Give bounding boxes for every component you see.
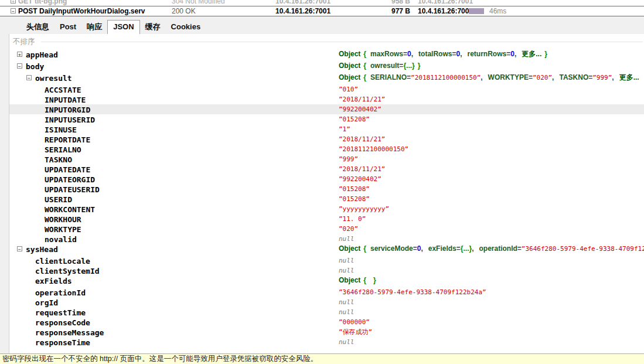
preview-eq: = — [517, 244, 522, 253]
json-key: exFields — [35, 277, 72, 285]
preview-name: exFields — [428, 244, 456, 253]
string-value: ”015208” — [339, 115, 370, 123]
preview-comma: , — [481, 73, 482, 81]
json-row-clientLocale: clientLocalenull — [9, 256, 644, 266]
detail-tab-strip: 头信息Post响应JSON缓存Cookies — [0, 18, 644, 34]
network-request-row[interactable]: −POST DailyInputWorkHourDialog.serv200 O… — [0, 6, 644, 16]
json-row-INPUTORGID: INPUTORGID”992200402” — [9, 104, 644, 114]
json-key: WORKTYPE — [45, 225, 81, 234]
expand-icon[interactable]: + — [11, 0, 16, 4]
string-value: ”3646f280-5979-4efe-9338-4709f122b24a” — [339, 288, 486, 296]
network-request-row[interactable]: +GET tit-bg.png304 Not Modified10.4.161.… — [0, 0, 644, 6]
json-key: responseMessage — [35, 328, 104, 337]
json-row-INPUTDATE: INPUTDATE”2018/11/21” — [9, 94, 644, 104]
json-key: INPUTORGID — [45, 106, 90, 114]
string-value: ”000000” — [339, 318, 370, 326]
json-key: UPDATEORGID — [45, 175, 95, 184]
json-value: ”2018/11/21” — [339, 134, 385, 144]
json-row-owresult[interactable]: −owresultObject{SERIALNO=”20181121000001… — [9, 73, 644, 84]
preview-label: Object — [339, 276, 360, 284]
collapse-icon[interactable]: − — [17, 63, 22, 69]
json-value: ”999” — [339, 154, 358, 164]
null-value: null — [339, 308, 355, 316]
json-value: ”保存成功” — [339, 327, 372, 337]
json-row-exFields: exFieldsObject{} — [9, 275, 644, 287]
preview-name: SERIALNO — [370, 73, 407, 81]
security-warning-bar: 密码字段出现在一个不安全的 http:// 页面中。这是一个可能导致用户登录凭据… — [0, 353, 644, 364]
preview-num: 0 — [407, 50, 411, 58]
json-row-INPUTUSERID: INPUTUSERID”015208” — [9, 114, 644, 124]
json-row-WORKTYPE: WORKTYPE”020” — [9, 224, 644, 234]
collapse-icon[interactable]: − — [11, 8, 16, 13]
json-value: null — [339, 266, 355, 275]
json-key: UPDATEDATE — [45, 165, 90, 174]
json-value: ”010” — [339, 84, 358, 94]
string-value: ”2018/11/21” — [339, 135, 385, 143]
sort-toggle-link[interactable]: 不排序 — [13, 37, 35, 47]
json-key: responseTime — [35, 338, 90, 347]
preview-str: ”999” — [592, 74, 612, 81]
null-value: null — [339, 338, 355, 346]
request-name: POST DailyInputWorkHourDialog.serv — [18, 7, 145, 15]
json-key: novalid — [45, 235, 77, 244]
preview-label: Object — [339, 62, 360, 70]
json-value: ”3646f280-5979-4efe-9338-4709f122b24a” — [339, 287, 486, 297]
json-row-ACCSTATE: ACCSTATE”010” — [9, 84, 644, 94]
string-value: ”yyyyyyyyyyy” — [339, 205, 389, 213]
json-value: ”11. 0” — [339, 214, 366, 224]
json-value: null — [339, 297, 355, 307]
json-row-TASKNO: TASKNO”999” — [9, 154, 644, 164]
tab-cookies[interactable]: Cookies — [166, 21, 206, 35]
preview-comma: , — [552, 73, 554, 81]
json-row-sysHead[interactable]: −sysHeadObject{serviceMode=0,exFields={.… — [9, 244, 644, 256]
json-row-orgId: orgIdnull — [9, 297, 644, 307]
json-row-UPDATEORGID: UPDATEORGID”992200402” — [9, 174, 644, 184]
tab-响应[interactable]: 响应 — [81, 20, 107, 36]
collapse-icon[interactable]: − — [26, 75, 32, 80]
request-time: 46ms — [489, 7, 506, 15]
string-value: ”015208” — [339, 185, 370, 193]
request-remote-ip: 10.4.161.26:7001 — [418, 0, 473, 5]
preview-eq: = — [529, 73, 533, 81]
preview-eq: = — [407, 73, 411, 81]
preview-eq: = — [413, 244, 417, 253]
preview-num: 0 — [510, 50, 514, 58]
string-value: ”1” — [339, 125, 350, 133]
json-key: UPDATEUSERID — [45, 185, 100, 194]
preview-str: ”3646f280-5979-4efe-9338-4709f122b24a” — [522, 245, 644, 253]
json-value: Object{owresult={...}} — [339, 61, 420, 71]
tab-缓存[interactable]: 缓存 — [140, 20, 166, 36]
preview-name: operationId — [479, 244, 517, 253]
tab-json[interactable]: JSON — [107, 20, 139, 35]
preview-comma: , — [421, 244, 422, 253]
request-remote-ip: 10.4.161.26:7001 — [418, 7, 473, 15]
json-row-appHead[interactable]: +appHeadObject{maxRows=0,totalRows=0,ret… — [9, 49, 644, 61]
network-inspector: +GET tit-bg.png304 Not Modified10.4.161.… — [0, 0, 644, 364]
null-value: null — [339, 267, 355, 274]
json-row-SERIALNO: SERIALNO”2018112100000150” — [9, 144, 644, 154]
preview-name: TASKNO — [559, 73, 588, 81]
preview-name: serviceMode — [370, 244, 413, 253]
json-options-line: 不排序 — [9, 34, 644, 49]
json-row-responseMessage: responseMessage”保存成功” — [9, 327, 644, 337]
json-key: orgId — [35, 298, 58, 307]
preview-name: returnRows — [467, 50, 506, 58]
preview-name: WORKTYPE — [488, 73, 529, 81]
string-value: ”992200402” — [339, 106, 381, 113]
options-divider — [41, 42, 643, 42]
collapse-icon[interactable]: − — [17, 246, 22, 251]
json-key: sysHead — [26, 245, 58, 254]
json-row-ISINUSE: ISINUSE”1” — [9, 124, 644, 134]
json-row-UPDATEDATE: UPDATEDATE”2018/11/21” — [9, 164, 644, 174]
null-value: null — [339, 235, 355, 243]
json-row-requestTime: requestTimenull — [9, 307, 644, 317]
json-tree: +appHeadObject{maxRows=0,totalRows=0,ret… — [9, 49, 644, 347]
tab-头信息[interactable]: 头信息 — [21, 20, 54, 36]
json-value: ”015208” — [339, 194, 370, 204]
json-value: Object{SERIALNO=”2018112100000150”,WORKT… — [339, 73, 639, 83]
tab-post[interactable]: Post — [54, 21, 81, 35]
json-row-body[interactable]: −bodyObject{owresult={...}} — [9, 61, 644, 73]
null-value: null — [339, 298, 355, 306]
expand-icon[interactable]: + — [17, 52, 22, 57]
json-key: WORKCONTENT — [45, 205, 95, 214]
